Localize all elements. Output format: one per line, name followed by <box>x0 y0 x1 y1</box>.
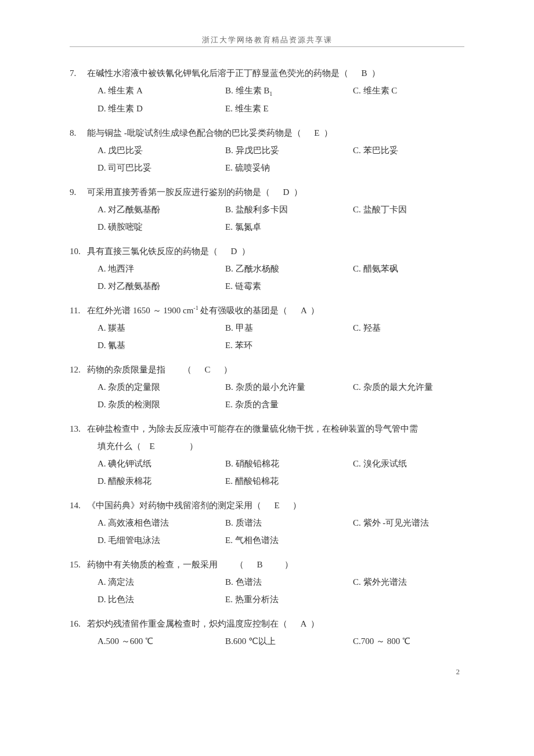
option: C. 紫外光谱法 <box>353 573 464 591</box>
answer-blank: B <box>244 556 267 573</box>
question-text-prefix: 可采用直接芳香第一胺反应进行鉴别的药物是（ <box>87 187 270 197</box>
option: D. 醋酸汞棉花 <box>98 472 225 490</box>
option-key: B. <box>225 146 236 155</box>
options-row: D. 对乙酰氨基酚E. 链霉素 <box>70 277 464 295</box>
question-stem: 9.可采用直接芳香第一胺反应进行鉴别的药物是（ D ） <box>70 183 464 201</box>
question: 7.在碱性水溶液中被铁氰化钾氧化后溶于正丁醇显蓝色荧光的药物是（ B ）A. 维… <box>70 64 464 117</box>
question-text-suffix: ） <box>241 247 250 256</box>
question-text-prefix: 填充什么（ <box>98 442 141 451</box>
option: A. 维生素 A <box>98 82 225 100</box>
option-value: 紫外 -可见光谱法 <box>363 518 430 527</box>
option-value: 维生素 B <box>236 86 270 95</box>
option-value: 600 ℃以上 <box>233 636 276 646</box>
option-key: A. <box>98 459 108 468</box>
question: 14.《中国药典》对药物中残留溶剂的测定采用（ E ）A. 高效液相色谱法B. … <box>70 497 464 549</box>
option-value: 司可巴比妥 <box>108 163 151 172</box>
options-row: A. 滴定法B. 色谱法C. 紫外光谱法 <box>70 573 464 591</box>
option-key: E. <box>225 104 235 113</box>
option-value: 气相色谱法 <box>235 536 279 545</box>
option: C. 维生素 C <box>353 82 464 100</box>
option: A. 碘化钾试纸 <box>98 455 225 472</box>
option-key: E. <box>225 281 235 291</box>
option: D. 维生素 D <box>98 100 225 117</box>
option-value: 500 ～600 ℃ <box>106 636 154 646</box>
option-key: D. <box>98 595 108 604</box>
option-key: A. <box>98 636 106 646</box>
option-value: 醋氨苯砜 <box>363 264 398 273</box>
options-row: A. 地西泮B. 乙酰水杨酸C. 醋氨苯砜 <box>70 260 464 277</box>
question: 8.能与铜盐 -吡啶试剂生成绿色配合物的巴比妥类药物是（ E ）A. 戊巴比妥B… <box>70 124 464 176</box>
option-key: A. <box>98 86 108 95</box>
option-key: D. <box>98 222 108 231</box>
question-text-suffix: ） <box>311 619 319 628</box>
option-key: C. <box>353 577 363 587</box>
question-text-suffix: ） <box>284 501 301 510</box>
option: E. 维生素 E <box>225 100 353 117</box>
option-value: 盐酸利多卡因 <box>236 205 288 214</box>
option-key: D. <box>98 281 108 291</box>
question-number: 16. <box>70 615 84 632</box>
option-value: 氰基 <box>108 341 125 350</box>
question-text: 《中国药典》对药物中残留溶剂的测定采用（ E ） <box>87 497 464 514</box>
option-value: 维生素 A <box>108 86 143 95</box>
question-text-suffix: ） <box>371 68 380 78</box>
question-text: 能与铜盐 -吡啶试剂生成绿色配合物的巴比妥类药物是（ E ） <box>87 124 464 142</box>
options-row: D. 司可巴比妥E. 硫喷妥钠 <box>70 159 464 176</box>
option: A. 戊巴比妥 <box>98 142 225 159</box>
question-stem: 13.在砷盐检查中，为除去反应液中可能存在的微量硫化物干扰，在检砷装置的导气管中… <box>70 420 464 437</box>
answer-blank: A <box>287 615 311 632</box>
option-key: B. <box>225 459 236 468</box>
options-row: A. 对乙酰氨基酚B. 盐酸利多卡因C. 盐酸丁卡因 <box>70 201 464 218</box>
question-number: 10. <box>70 243 84 260</box>
question-text-prefix: 药物中有关物质的检查，一般采用 （ <box>87 560 244 569</box>
option-value: 异戊巴比妥 <box>236 146 279 155</box>
question-text-suffix: ） <box>267 560 293 569</box>
option-key: B. <box>225 86 236 95</box>
question-number: 15. <box>70 556 84 573</box>
question-text-suffix: ） <box>294 187 302 197</box>
option-key: C. <box>353 205 363 214</box>
option: A. 杂质的定量限 <box>98 378 225 396</box>
option-key: D. <box>98 536 108 545</box>
option-key: E. <box>225 222 235 231</box>
option-key: D. <box>98 341 108 350</box>
option-value: 硝酸铅棉花 <box>236 459 279 468</box>
question-text: 若炽灼残渣留作重金属检查时，炽灼温度应控制在（ A ） <box>87 615 464 632</box>
option-key: E. <box>225 400 235 409</box>
question: 11.在红外光谱 1650 ～ 1900 cm-1 处有强吸收的基团是（ A ）… <box>70 302 464 354</box>
option-value: 对乙酰氨基酚 <box>108 281 160 291</box>
option-value: 磺胺嘧啶 <box>108 222 143 231</box>
option-value: 羰基 <box>108 323 125 332</box>
question-text-mid: 处有强吸收的基团是（ <box>199 306 288 315</box>
option-key: B. <box>225 577 236 587</box>
option: B. 甲基 <box>225 319 353 337</box>
option-key: C. <box>353 86 363 95</box>
question-stem: 15.药物中有关物质的检查，一般采用 （ B ） <box>70 556 464 573</box>
option-value: 杂质的检测限 <box>108 400 160 409</box>
option-key: E. <box>225 341 235 350</box>
option: B. 硝酸铅棉花 <box>225 455 353 472</box>
superscript: -1 <box>193 305 198 311</box>
options-row: A. 碘化钾试纸B. 硝酸铅棉花C. 溴化汞试纸 <box>70 455 464 472</box>
option: D. 磺胺嘧啶 <box>98 218 225 236</box>
options-row: D. 氰基E. 苯环 <box>70 337 464 354</box>
option: C. 紫外 -可见光谱法 <box>353 514 464 531</box>
option-value: 杂质的最大允许量 <box>363 382 433 392</box>
option-key: C. <box>353 382 363 392</box>
question-number: 9. <box>70 183 84 201</box>
option: C. 杂质的最大允许量 <box>353 378 464 396</box>
subscript: 1 <box>269 91 272 97</box>
answer-blank: E <box>141 437 163 455</box>
option-value: 苯巴比妥 <box>363 146 398 155</box>
option-key: C. <box>353 518 363 527</box>
option: E. 热重分析法 <box>225 591 353 608</box>
question-text-suffix: ） <box>311 306 319 315</box>
question-text-suffix: ） <box>215 365 232 374</box>
question-number: 11. <box>70 302 84 319</box>
question-number: 14. <box>70 497 84 514</box>
question-number: 12. <box>70 361 84 378</box>
options-row: D. 维生素 DE. 维生素 E <box>70 100 464 117</box>
option-value: 色谱法 <box>236 577 262 587</box>
option-key: A. <box>98 518 108 527</box>
option-key: B. <box>225 205 236 214</box>
